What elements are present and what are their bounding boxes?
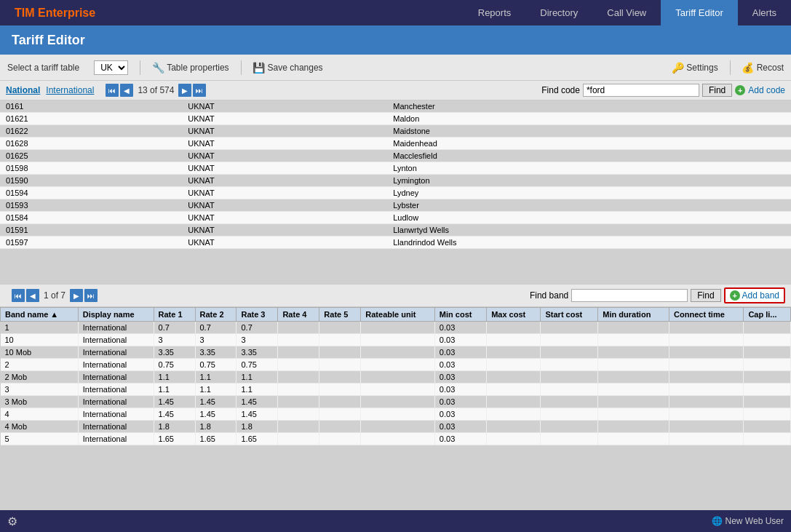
add-code-link[interactable]: Add code bbox=[748, 85, 785, 95]
add-band-label: Add band bbox=[742, 290, 779, 301]
codes-section: National International ⏮ ◀ 13 of 574 ▶ ⏭… bbox=[0, 81, 791, 285]
band-cell bbox=[319, 322, 361, 334]
band-cell: 3.35 bbox=[154, 346, 195, 359]
band-cell: 0.03 bbox=[434, 384, 486, 396]
band-table-row[interactable]: 3 MobInternational1.451.451.450.03 bbox=[1, 396, 791, 408]
band-table-row[interactable]: 10International3330.03 bbox=[1, 334, 791, 346]
table-row[interactable]: 01628 UKNAT Maidenhead bbox=[0, 138, 791, 150]
location-cell: Macclesfield bbox=[387, 150, 791, 162]
band-table-row[interactable]: 4 MobInternational1.81.81.80.03 bbox=[1, 421, 791, 433]
band-col-header[interactable]: Band name ▲ bbox=[1, 308, 79, 322]
band-col-header[interactable]: Start cost bbox=[541, 308, 598, 322]
band-cell: International bbox=[78, 371, 154, 384]
recost-btn[interactable]: 💰 Recost bbox=[742, 62, 784, 74]
band-cell bbox=[669, 408, 744, 421]
table-row[interactable]: 01598 UKNAT Lynton bbox=[0, 162, 791, 175]
nav-call-view[interactable]: Call View bbox=[592, 0, 661, 25]
codes-last-btn[interactable]: ⏭ bbox=[193, 84, 206, 97]
band-cell bbox=[598, 421, 669, 433]
band-col-header[interactable]: Display name bbox=[78, 308, 154, 322]
save-changes-btn[interactable]: 💾 Save changes bbox=[253, 62, 323, 74]
band-cell bbox=[278, 408, 319, 421]
band-table-row[interactable]: 5International1.651.651.650.03 bbox=[1, 433, 791, 445]
find-code-input[interactable] bbox=[583, 84, 699, 97]
band-cell bbox=[541, 396, 598, 408]
band-cell bbox=[278, 334, 319, 346]
band-col-header[interactable]: Max cost bbox=[487, 308, 541, 322]
band-table-row[interactable]: 1International0.70.70.70.03 bbox=[1, 322, 791, 334]
band-table-container[interactable]: Band name ▲Display nameRate 1Rate 2Rate … bbox=[0, 307, 791, 510]
table-row[interactable]: 01591 UKNAT Llanwrtyd Wells bbox=[0, 224, 791, 237]
find-band-input[interactable] bbox=[571, 289, 688, 302]
band-col-header[interactable]: Min duration bbox=[598, 308, 669, 322]
table-row[interactable]: 0161 UKNAT Manchester bbox=[0, 100, 791, 113]
band-cell bbox=[487, 322, 541, 334]
band-col-header[interactable]: Rateable unit bbox=[361, 308, 435, 322]
band-col-header[interactable]: Rate 1 bbox=[154, 308, 195, 322]
band-cell: 3.35 bbox=[195, 346, 236, 359]
table-row[interactable]: 01584 UKNAT Ludlow bbox=[0, 212, 791, 224]
location-cell: Lynton bbox=[387, 162, 791, 175]
band-table-row[interactable]: 2International0.750.750.750.03 bbox=[1, 359, 791, 371]
table-row[interactable]: 01593 UKNAT Lybster bbox=[0, 199, 791, 212]
find-code-btn[interactable]: Find bbox=[702, 84, 732, 97]
nav-tariff-editor[interactable]: Tariff Editor bbox=[661, 0, 738, 25]
band-cell bbox=[744, 384, 791, 396]
band-next-btn[interactable]: ▶ bbox=[70, 289, 83, 302]
nav-alerts[interactable]: Alerts bbox=[738, 0, 791, 25]
band-col-header[interactable]: Rate 4 bbox=[278, 308, 319, 322]
codes-page-info: 13 of 574 bbox=[138, 85, 174, 95]
band-table-row[interactable]: 3International1.11.11.10.03 bbox=[1, 384, 791, 396]
band-cell: 3 bbox=[195, 334, 236, 346]
nav-reports[interactable]: Reports bbox=[464, 0, 526, 25]
table-row[interactable]: 01625 UKNAT Macclesfield bbox=[0, 150, 791, 162]
band-table-row[interactable]: 10 MobInternational3.353.353.350.03 bbox=[1, 346, 791, 359]
table-row[interactable]: 01590 UKNAT Lymington bbox=[0, 175, 791, 187]
table-row[interactable]: 01597 UKNAT Llandrindod Wells bbox=[0, 237, 791, 249]
nav-directory[interactable]: Directory bbox=[525, 0, 592, 25]
codes-first-btn[interactable]: ⏮ bbox=[106, 84, 119, 97]
band-col-header[interactable]: Min cost bbox=[434, 308, 486, 322]
band-cell: 1.1 bbox=[195, 384, 236, 396]
band-cell: 0.03 bbox=[434, 334, 486, 346]
band-prev-btn[interactable]: ◀ bbox=[26, 289, 39, 302]
band-cell bbox=[487, 433, 541, 445]
band-cell: 0.7 bbox=[236, 322, 278, 334]
band-col-header[interactable]: Rate 5 bbox=[319, 308, 361, 322]
table-row[interactable]: 01622 UKNAT Maidstone bbox=[0, 125, 791, 138]
national-tab[interactable]: National bbox=[6, 85, 40, 95]
band-cell: 0.03 bbox=[434, 371, 486, 384]
band-cell: 1.45 bbox=[236, 396, 278, 408]
band-cell bbox=[361, 371, 435, 384]
table-row[interactable]: 01594 UKNAT Lydney bbox=[0, 187, 791, 199]
main-content: National International ⏮ ◀ 13 of 574 ▶ ⏭… bbox=[0, 81, 791, 510]
band-first-btn[interactable]: ⏮ bbox=[12, 289, 25, 302]
band-last-btn[interactable]: ⏭ bbox=[84, 289, 98, 302]
band-col-header[interactable]: Cap li... bbox=[744, 308, 791, 322]
band-cell bbox=[744, 433, 791, 445]
band-cell bbox=[487, 334, 541, 346]
band-col-header[interactable]: Connect time bbox=[669, 308, 744, 322]
band-col-header[interactable]: Rate 2 bbox=[195, 308, 236, 322]
add-band-btn[interactable]: + Add band bbox=[724, 287, 785, 303]
band-cell bbox=[541, 384, 598, 396]
band-table-row[interactable]: 2 MobInternational1.11.11.10.03 bbox=[1, 371, 791, 384]
status-bar: ⚙ 🌐 New Web User bbox=[0, 510, 791, 532]
band-col-header[interactable]: Rate 3 bbox=[236, 308, 278, 322]
codes-prev-btn[interactable]: ◀ bbox=[120, 84, 133, 97]
international-tab[interactable]: International bbox=[46, 85, 94, 95]
settings-gear-icon[interactable]: ⚙ bbox=[7, 515, 17, 528]
page-title-bar: Tariff Editor bbox=[0, 25, 791, 55]
codes-next-btn[interactable]: ▶ bbox=[178, 84, 191, 97]
settings-btn[interactable]: 🔑 Settings bbox=[672, 62, 718, 74]
find-band-btn[interactable]: Find bbox=[691, 289, 720, 302]
band-cell bbox=[278, 421, 319, 433]
table-row[interactable]: 01621 UKNAT Maldon bbox=[0, 113, 791, 125]
band-cell: International bbox=[78, 408, 154, 421]
codes-table-container[interactable]: 0161 UKNAT Manchester 01621 UKNAT Maldon… bbox=[0, 100, 791, 285]
band-table-row[interactable]: 4International1.451.451.450.03 bbox=[1, 408, 791, 421]
band-cell bbox=[598, 334, 669, 346]
table-properties-btn[interactable]: 🔧 Table properties bbox=[152, 62, 228, 74]
band-cell: 0.7 bbox=[154, 322, 195, 334]
tariff-table-select[interactable]: UK bbox=[94, 60, 128, 75]
